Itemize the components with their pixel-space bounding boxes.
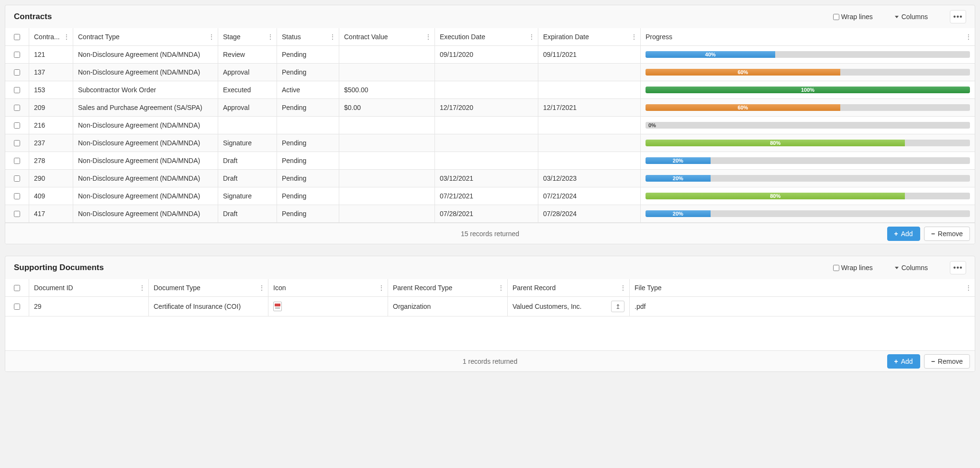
- col-contract-value[interactable]: Contract Value⋮: [339, 28, 435, 45]
- table-row[interactable]: 29Certificate of Insurance (COI)Organiza…: [5, 297, 975, 316]
- progress-cell: 20%: [641, 152, 975, 169]
- progress-bar: 80%: [646, 193, 970, 199]
- col-document-type[interactable]: Document Type⋮: [149, 279, 268, 296]
- table-row[interactable]: 216Non-Disclosure Agreement (NDA/MNDA)0%: [5, 117, 975, 134]
- col-document-id[interactable]: Document ID⋮: [29, 279, 149, 296]
- col-parent-record[interactable]: Parent Record⋮: [508, 279, 630, 296]
- col-file-type[interactable]: File Type⋮: [630, 279, 975, 296]
- row-checkbox[interactable]: [14, 69, 20, 76]
- table-row[interactable]: 290Non-Disclosure Agreement (NDA/MNDA)Dr…: [5, 170, 975, 187]
- file-type-cell: .pdf: [630, 297, 975, 316]
- col-icon[interactable]: Icon⋮: [268, 279, 388, 296]
- col-menu-icon[interactable]: ⋮: [965, 284, 972, 292]
- status-cell: Pending: [277, 187, 339, 205]
- documents-record-count: 1 records returned: [5, 351, 975, 371]
- col-menu-icon[interactable]: ⋮: [258, 284, 265, 292]
- col-status[interactable]: Status⋮: [277, 28, 339, 45]
- progress-bar: 60%: [646, 104, 970, 111]
- contract-type-cell: Non-Disclosure Agreement (NDA/MNDA): [73, 64, 218, 81]
- table-row[interactable]: 278Non-Disclosure Agreement (NDA/MNDA)Dr…: [5, 152, 975, 170]
- contracts-remove-button[interactable]: −Remove: [924, 227, 970, 241]
- stage-cell: Executed: [218, 81, 277, 98]
- row-checkbox[interactable]: [14, 105, 20, 111]
- col-execution-date[interactable]: Execution Date⋮: [435, 28, 538, 45]
- documents-wrap-lines[interactable]: Wrap lines: [833, 264, 873, 272]
- col-parent-record-type[interactable]: Parent Record Type⋮: [388, 279, 508, 296]
- ellipsis-icon: •••: [953, 12, 963, 21]
- execution-date-cell: 07/28/2021: [435, 205, 538, 222]
- status-cell: Pending: [277, 170, 339, 187]
- contract-type-cell: Non-Disclosure Agreement (NDA/MNDA): [73, 205, 218, 222]
- col-contract-id[interactable]: Contra...⋮: [29, 28, 73, 45]
- table-row[interactable]: 209Sales and Purchase Agreement (SA/SPA)…: [5, 99, 975, 117]
- expiration-date-cell: 12/17/2021: [538, 99, 641, 116]
- documents-columns-button[interactable]: Columns: [892, 263, 931, 272]
- stage-cell: Draft: [218, 152, 277, 169]
- value-cell: [339, 152, 435, 169]
- documents-select-all-checkbox[interactable]: [14, 285, 20, 291]
- table-row[interactable]: 409Non-Disclosure Agreement (NDA/MNDA)Si…: [5, 187, 975, 205]
- progress-fill: 60%: [646, 69, 840, 76]
- documents-add-button[interactable]: +Add: [887, 354, 920, 369]
- row-checkbox[interactable]: [14, 140, 20, 146]
- contract-type-cell: Sales and Purchase Agreement (SA/SPA): [73, 99, 218, 116]
- col-menu-icon[interactable]: ⋮: [620, 284, 626, 292]
- col-menu-icon[interactable]: ⋮: [139, 284, 145, 292]
- contracts-footer: 15 records returned +Add −Remove: [5, 223, 975, 244]
- table-row[interactable]: 153Subcontractor Work OrderExecutedActiv…: [5, 81, 975, 99]
- col-stage[interactable]: Stage⋮: [218, 28, 277, 45]
- contract-id-cell: 417: [29, 205, 73, 222]
- table-row[interactable]: 137Non-Disclosure Agreement (NDA/MNDA)Ap…: [5, 64, 975, 81]
- col-menu-icon[interactable]: ⋮: [498, 284, 504, 292]
- contract-type-cell: Subcontractor Work Order: [73, 81, 218, 98]
- contracts-wrap-lines[interactable]: Wrap lines: [833, 13, 873, 21]
- contracts-columns-button[interactable]: Columns: [892, 12, 931, 21]
- col-menu-icon[interactable]: ⋮: [329, 33, 336, 41]
- col-menu-icon[interactable]: ⋮: [267, 33, 274, 41]
- documents-more-button[interactable]: •••: [950, 261, 966, 274]
- progress-fill: 40%: [646, 51, 775, 58]
- documents-wrap-lines-checkbox[interactable]: [833, 265, 839, 271]
- col-menu-icon[interactable]: ⋮: [378, 284, 385, 292]
- contracts-select-all-checkbox[interactable]: [14, 34, 20, 40]
- contracts-title: Contracts: [14, 12, 52, 22]
- contracts-wrap-lines-checkbox[interactable]: [833, 14, 839, 20]
- row-checkbox[interactable]: [14, 175, 20, 182]
- row-checkbox[interactable]: [14, 211, 20, 217]
- col-contract-type[interactable]: Contract Type⋮: [73, 28, 218, 45]
- col-menu-icon[interactable]: ⋮: [208, 33, 215, 41]
- columns-label: Columns: [902, 264, 928, 272]
- contract-id-cell: 278: [29, 152, 73, 169]
- row-checkbox[interactable]: [14, 304, 20, 310]
- stage-cell: Review: [218, 46, 277, 63]
- parent-record-type-cell: Organization: [388, 297, 508, 316]
- wrap-lines-label: Wrap lines: [841, 264, 873, 272]
- row-checkbox-cell: [5, 64, 29, 81]
- progress-cell: 20%: [641, 170, 975, 187]
- col-menu-icon[interactable]: ⋮: [631, 33, 637, 41]
- col-expiration-date[interactable]: Expiration Date⋮: [538, 28, 641, 45]
- status-cell: Pending: [277, 205, 339, 222]
- col-menu-icon[interactable]: ⋮: [965, 33, 972, 41]
- documents-remove-button[interactable]: −Remove: [924, 354, 970, 369]
- row-checkbox[interactable]: [14, 52, 20, 58]
- row-checkbox[interactable]: [14, 122, 20, 129]
- col-progress[interactable]: Progress⋮: [641, 28, 975, 45]
- table-row[interactable]: 417Non-Disclosure Agreement (NDA/MNDA)Dr…: [5, 205, 975, 223]
- expiration-date-cell: [538, 117, 641, 134]
- value-cell: $500.00: [339, 81, 435, 98]
- documents-footer: 1 records returned +Add −Remove: [5, 350, 975, 371]
- contracts-more-button[interactable]: •••: [950, 10, 966, 23]
- table-row[interactable]: 237Non-Disclosure Agreement (NDA/MNDA)Si…: [5, 134, 975, 152]
- row-checkbox[interactable]: [14, 158, 20, 164]
- row-checkbox[interactable]: [14, 193, 20, 199]
- row-checkbox[interactable]: [14, 87, 20, 93]
- col-menu-icon[interactable]: ⋮: [528, 33, 535, 41]
- progress-bar: 0%: [646, 122, 970, 129]
- table-row[interactable]: 121Non-Disclosure Agreement (NDA/MNDA)Re…: [5, 46, 975, 64]
- col-menu-icon[interactable]: ⋮: [425, 33, 432, 41]
- contracts-grid-body: 121Non-Disclosure Agreement (NDA/MNDA)Re…: [5, 46, 975, 223]
- contracts-add-button[interactable]: +Add: [887, 227, 920, 241]
- col-menu-icon[interactable]: ⋮: [63, 33, 70, 41]
- parent-record-open-button[interactable]: ↥: [611, 301, 624, 312]
